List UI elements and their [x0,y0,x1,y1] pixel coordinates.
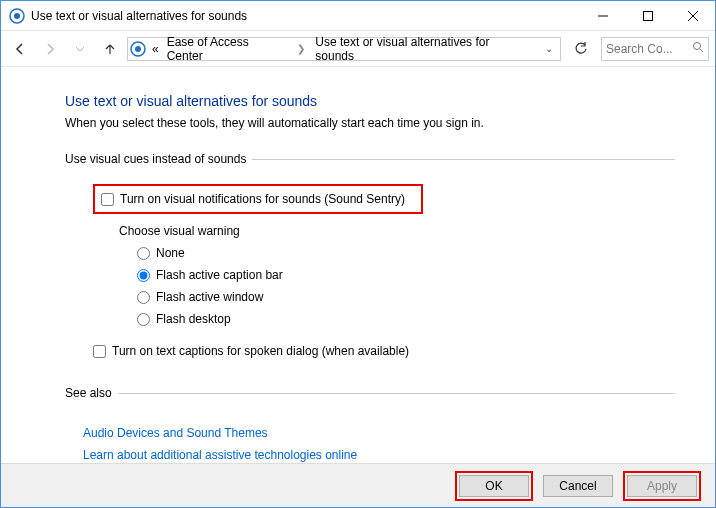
content-area: Use text or visual alternatives for soun… [1,67,715,463]
svg-line-9 [700,49,703,52]
radio-flash-desktop[interactable] [137,313,150,326]
radio-flash-desktop-row[interactable]: Flash desktop [137,310,675,328]
visual-cues-legend: Use visual cues instead of sounds [65,150,252,168]
see-also-group: See also Audio Devices and Sound Themes … [65,384,675,463]
footer-buttons: OK Cancel Apply [1,463,715,507]
radio-none-row[interactable]: None [137,244,675,262]
radio-none-label: None [156,244,185,262]
highlight-soundsentry: Turn on visual notifications for sounds … [93,184,423,214]
link-assistive-tech[interactable]: Learn about additional assistive technol… [83,446,675,463]
back-button[interactable] [7,36,33,62]
radio-flash-window[interactable] [137,291,150,304]
svg-point-1 [14,13,20,19]
checkbox-soundsentry[interactable] [101,193,114,206]
radio-none[interactable] [137,247,150,260]
address-dropdown-icon[interactable]: ⌄ [540,43,558,54]
recent-locations-dropdown[interactable] [67,36,93,62]
search-icon [692,41,704,56]
forward-button[interactable] [37,36,63,62]
chevron-right-icon[interactable]: ❯ [293,43,309,54]
checkbox-textcaptions[interactable] [93,345,106,358]
page-subtext: When you select these tools, they will a… [65,114,675,132]
radio-flash-caption-row[interactable]: Flash active caption bar [137,266,675,284]
highlight-ok: OK [455,471,533,501]
checkbox-textcaptions-label: Turn on text captions for spoken dialog … [112,342,409,360]
link-audio-devices[interactable]: Audio Devices and Sound Themes [83,424,675,442]
checkbox-soundsentry-label: Turn on visual notifications for sounds … [120,190,405,208]
radio-flash-caption[interactable] [137,269,150,282]
ease-of-access-icon [9,8,25,24]
see-also-heading: See also [65,384,118,402]
visual-cues-group: Use visual cues instead of sounds Turn o… [65,150,675,364]
maximize-button[interactable] [625,1,670,30]
svg-rect-3 [643,11,652,20]
window-root: Use text or visual alternatives for soun… [0,0,716,508]
apply-button[interactable]: Apply [627,475,697,497]
ease-of-access-icon [130,41,146,57]
checkbox-soundsentry-row[interactable]: Turn on visual notifications for sounds … [101,190,405,208]
navigation-bar: « Ease of Access Center ❯ Use text or vi… [1,31,715,67]
window-title: Use text or visual alternatives for soun… [31,9,247,23]
refresh-button[interactable] [569,37,593,61]
address-bar[interactable]: « Ease of Access Center ❯ Use text or vi… [127,37,561,61]
breadcrumb-current[interactable]: Use text or visual alternatives for soun… [313,35,532,63]
page-title: Use text or visual alternatives for soun… [65,91,675,112]
radio-flash-window-row[interactable]: Flash active window [137,288,675,306]
breadcrumb-root-indicator[interactable]: « [150,42,161,56]
close-button[interactable] [670,1,715,30]
svg-point-7 [135,46,141,52]
radio-flash-desktop-label: Flash desktop [156,310,231,328]
ok-button[interactable]: OK [459,475,529,497]
breadcrumb-ease-of-access[interactable]: Ease of Access Center [165,35,290,63]
radio-flash-window-label: Flash active window [156,288,263,306]
search-input[interactable]: Search Co... [601,37,709,61]
choose-visual-warning-label: Choose visual warning [119,222,675,240]
cancel-button[interactable]: Cancel [543,475,613,497]
checkbox-textcaptions-row[interactable]: Turn on text captions for spoken dialog … [93,342,675,360]
up-button[interactable] [97,36,123,62]
radio-flash-caption-label: Flash active caption bar [156,266,283,284]
svg-point-8 [694,43,701,50]
titlebar: Use text or visual alternatives for soun… [1,1,715,31]
search-placeholder: Search Co... [606,42,692,56]
highlight-apply: Apply [623,471,701,501]
minimize-button[interactable] [580,1,625,30]
